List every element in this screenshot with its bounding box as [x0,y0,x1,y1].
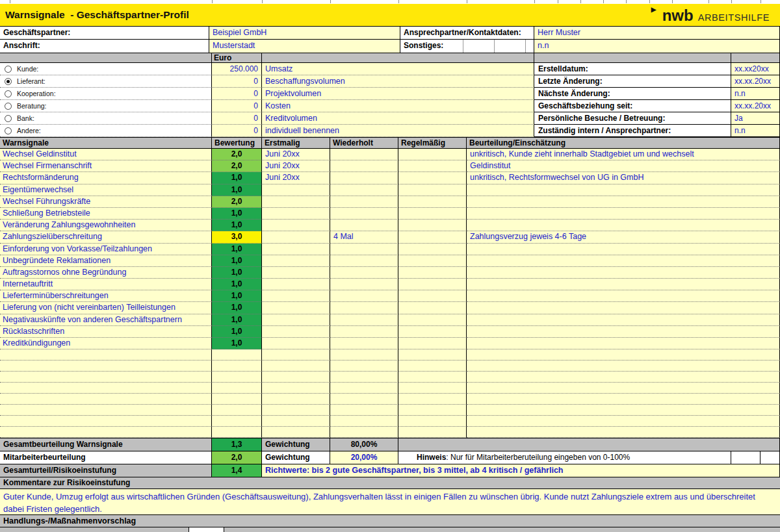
score-cell[interactable]: 1,0 [212,255,262,267]
amount-cell[interactable]: 0 [212,88,262,100]
score-cell[interactable]: 1,0 [212,314,262,326]
note-cell[interactable] [467,255,780,267]
amount-cell[interactable]: 0 [212,100,262,112]
radio-icon[interactable] [5,78,12,85]
repeat-cell[interactable] [330,302,398,314]
first-cell[interactable] [262,220,330,231]
repeat-cell[interactable] [330,267,398,279]
radio-icon[interactable] [5,103,12,110]
score-cell[interactable]: 1,0 [212,244,262,255]
radio-andere[interactable]: Andere: [0,125,212,137]
radio-icon[interactable] [5,66,12,73]
summary-score-cell[interactable]: 2,0 [212,451,262,464]
score-cell[interactable]: 1,0 [212,220,262,231]
repeat-cell[interactable] [330,149,398,160]
note-cell[interactable] [467,302,780,314]
score-cell[interactable]: 1,0 [212,172,262,184]
radio-icon[interactable] [5,90,12,97]
amount-cell[interactable]: 0 [212,125,262,137]
first-cell[interactable] [262,279,330,290]
note-cell[interactable]: unkritisch, Rechtsformwechsel von UG in … [467,172,780,184]
note-cell[interactable]: Zahlungsverzug jeweis 4-6 Tage [467,231,780,243]
regular-cell[interactable] [398,338,467,349]
regular-cell[interactable] [398,160,467,172]
first-cell[interactable]: Juni 20xx [262,160,330,172]
note-cell[interactable] [467,220,780,231]
regular-cell[interactable] [398,314,467,326]
amount-cell[interactable]: 250.000 [212,63,262,75]
first-cell[interactable] [262,267,330,279]
note-cell[interactable]: Geldinstitut [467,160,780,172]
repeat-cell[interactable] [330,314,398,326]
note-cell[interactable] [467,290,780,302]
first-cell[interactable] [262,208,330,220]
partner-value-cell[interactable]: Beispiel GmbH [209,27,400,40]
volume-label-cell[interactable]: Projektvolumen [262,88,534,100]
regular-cell[interactable] [398,172,467,184]
first-cell[interactable]: Juni 20xx [262,172,330,184]
meta-value-cell[interactable]: xx.xx.20xx [731,75,780,88]
note-cell[interactable]: unkritisch, Kunde zieht innerhalb Stadtg… [467,149,780,160]
volume-label-cell[interactable]: Kosten [262,100,534,112]
volume-label-cell[interactable]: Umsatz [262,63,534,75]
first-cell[interactable] [262,231,330,243]
regular-cell[interactable] [398,196,467,208]
regular-cell[interactable] [398,220,467,231]
note-cell[interactable] [467,267,780,279]
regular-cell[interactable] [398,290,467,302]
first-cell[interactable] [262,338,330,349]
weight-value-cell[interactable]: 20,00% [330,451,398,464]
repeat-cell[interactable] [330,172,398,184]
repeat-cell[interactable] [330,255,398,267]
volume-label-cell[interactable]: Kreditvolumen [262,112,534,125]
address-value-cell[interactable]: Musterstadt [209,40,400,53]
meta-value-cell[interactable]: xx.xx.20xx [731,100,780,112]
repeat-cell[interactable] [330,208,398,220]
repeat-cell[interactable] [330,220,398,231]
repeat-cell[interactable] [330,160,398,172]
note-cell[interactable] [467,338,780,349]
radio-kooperation[interactable]: Kooperation: [0,88,212,100]
repeat-cell[interactable] [330,326,398,338]
score-cell[interactable]: 3,0 [212,231,262,243]
first-cell[interactable] [262,314,330,326]
repeat-cell[interactable] [330,279,398,290]
radio-kunde[interactable]: Kunde: [0,63,212,75]
score-cell[interactable]: 1,0 [212,302,262,314]
first-cell[interactable] [262,255,330,267]
regular-cell[interactable] [398,184,467,196]
volume-label-cell[interactable]: Beschaffungsvolumen [262,75,534,88]
repeat-cell[interactable] [330,338,398,349]
repeat-cell[interactable] [330,244,398,255]
amount-cell[interactable]: 0 [212,112,262,125]
regular-cell[interactable] [398,231,467,243]
first-cell[interactable] [262,184,330,196]
meta-value-cell[interactable]: n.n [731,88,780,100]
comments-text-cell[interactable]: Guter Kunde, Umzug erfolgt aus wirtschaf… [0,489,780,515]
first-cell[interactable] [262,290,330,302]
repeat-cell[interactable] [330,196,398,208]
regular-cell[interactable] [398,208,467,220]
first-cell[interactable] [262,326,330,338]
regular-cell[interactable] [398,149,467,160]
score-cell[interactable]: 1,0 [212,184,262,196]
meta-value-cell[interactable]: xx.xx20xx [731,63,780,75]
score-cell[interactable]: 1,0 [212,279,262,290]
radio-beratung[interactable]: Beratung: [0,100,212,112]
volume-label-cell[interactable]: individuell benennen [262,125,534,137]
first-cell[interactable]: Juni 20xx [262,149,330,160]
score-cell[interactable]: 1,0 [212,326,262,338]
score-cell[interactable]: 2,0 [212,160,262,172]
meta-value-cell[interactable]: Ja [731,112,780,125]
meta-value-cell[interactable]: n.n [731,125,780,137]
first-cell[interactable] [262,244,330,255]
regular-cell[interactable] [398,279,467,290]
repeat-cell[interactable] [330,290,398,302]
note-cell[interactable] [467,196,780,208]
amount-cell[interactable]: 0 [212,75,262,88]
radio-icon[interactable] [5,127,12,134]
radio-bank[interactable]: Bank: [0,112,212,125]
score-cell[interactable]: 1,0 [212,208,262,220]
contact-value-cell[interactable]: Herr Muster [534,27,780,40]
regular-cell[interactable] [398,244,467,255]
